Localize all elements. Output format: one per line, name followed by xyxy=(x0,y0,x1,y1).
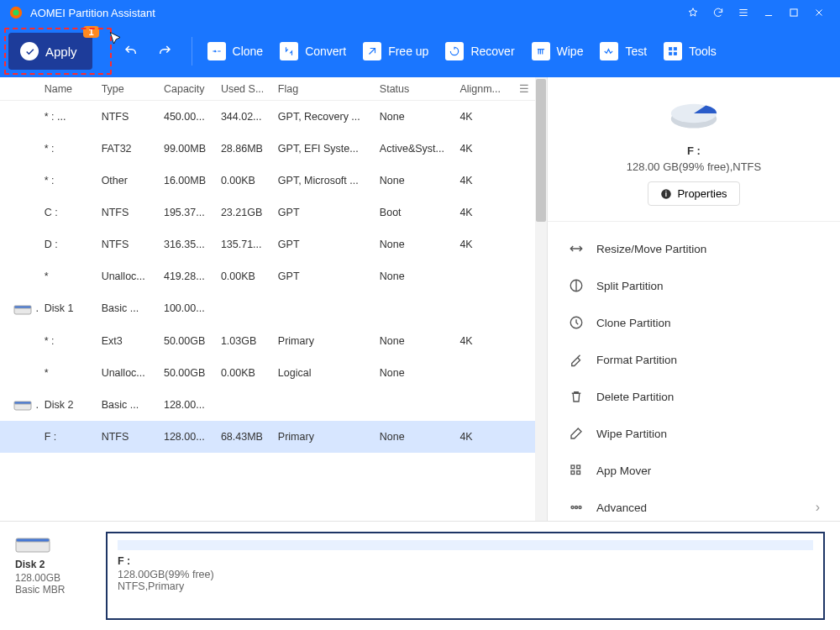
close-button[interactable] xyxy=(806,0,832,25)
test-icon xyxy=(600,42,618,60)
grid-icon xyxy=(568,462,585,479)
app-title: AOMEI Partition Assistant xyxy=(30,7,155,19)
usage-bar xyxy=(118,540,813,550)
convert-icon xyxy=(280,42,298,60)
convert-button[interactable]: Convert xyxy=(271,37,354,66)
svg-rect-19 xyxy=(571,471,575,475)
split-action[interactable]: Split Partition xyxy=(548,267,840,304)
freeup-button[interactable]: Free up xyxy=(354,37,437,66)
svg-point-22 xyxy=(575,507,578,509)
col-name[interactable]: Name xyxy=(39,77,97,101)
partition-name: F : xyxy=(118,555,813,567)
scrollbar[interactable] xyxy=(535,77,547,521)
format-action[interactable]: Format Partition xyxy=(548,341,840,378)
appmover-action[interactable]: App Mover xyxy=(548,452,840,489)
info-icon: i xyxy=(660,188,672,200)
properties-button[interactable]: i Properties xyxy=(648,181,739,206)
clone-action-icon xyxy=(568,314,585,331)
table-row[interactable]: *Unalloc...50.00GB0.00KBLogicalNone xyxy=(0,357,535,389)
svg-rect-17 xyxy=(571,465,575,469)
action-list: Resize/Move Partition Split Partition Cl… xyxy=(548,222,840,534)
wipe-icon xyxy=(532,42,550,60)
apply-label: Apply xyxy=(45,45,77,59)
disk-icon xyxy=(15,532,50,554)
star-icon[interactable] xyxy=(680,0,706,25)
table-row[interactable]: D :NTFS316.35...135.71...GPTNone4K xyxy=(0,228,535,260)
split-icon xyxy=(568,277,585,294)
col-flag[interactable]: Flag xyxy=(273,77,375,101)
format-icon xyxy=(568,351,585,368)
menu-icon[interactable] xyxy=(731,0,756,25)
svg-rect-4 xyxy=(674,47,677,50)
pie-chart-icon xyxy=(660,92,727,134)
clone-icon xyxy=(207,42,226,60)
svg-rect-8 xyxy=(14,306,31,308)
table-row[interactable]: *Unalloc...419.28...0.00KBGPTNone xyxy=(0,260,535,292)
scroll-thumb[interactable] xyxy=(536,79,546,222)
svg-rect-10 xyxy=(14,402,31,404)
partition-line2: NTFS,Primary xyxy=(118,580,813,592)
table-row[interactable]: * :Ext350.00GB1.03GBPrimaryNone4K xyxy=(0,325,535,357)
undo-button[interactable] xyxy=(118,38,144,65)
test-button[interactable]: Test xyxy=(591,37,655,66)
clone-action[interactable]: Clone Partition xyxy=(548,304,840,341)
table-row[interactable]: * :Other16.00MB0.00KBGPT, Microsoft ...N… xyxy=(0,165,535,197)
col-capacity[interactable]: Capacity xyxy=(159,77,216,101)
trash-icon xyxy=(568,388,585,405)
apply-badge: 1 xyxy=(83,26,98,38)
tools-icon xyxy=(664,42,682,60)
disk-visual[interactable]: F : 128.00GB(99% free) NTFS,Primary xyxy=(106,532,825,620)
delete-action[interactable]: Delete Partition xyxy=(548,378,840,415)
disk-summary: Disk 2 128.00GB Basic MBR xyxy=(15,532,91,620)
table-row[interactable]: * :FAT3299.00MB28.86MBGPT, EFI Syste...A… xyxy=(0,133,535,165)
table-row[interactable]: Disk 2Basic ...128.00... xyxy=(0,389,535,422)
col-status[interactable]: Status xyxy=(375,77,455,101)
refresh-icon[interactable] xyxy=(706,0,731,25)
wipe-button[interactable]: Wipe xyxy=(523,37,592,66)
titlebar: AOMEI Partition Assistant xyxy=(0,0,840,25)
freeup-icon xyxy=(363,42,381,60)
partition-summary: F : 128.00 GB(99% free),NTFS i Propertie… xyxy=(548,77,840,222)
resize-action[interactable]: Resize/Move Partition xyxy=(548,230,840,267)
recover-icon xyxy=(445,42,464,60)
disk-name: Disk 2 xyxy=(15,559,91,570)
svg-text:i: i xyxy=(665,190,667,197)
maximize-button[interactable] xyxy=(781,0,806,25)
svg-rect-20 xyxy=(577,471,580,475)
svg-rect-25 xyxy=(16,538,50,542)
svg-point-21 xyxy=(571,507,574,509)
col-options-icon[interactable]: ☰ xyxy=(513,77,535,101)
wipe-action[interactable]: Wipe Partition xyxy=(548,415,840,452)
minimize-button[interactable] xyxy=(756,0,781,25)
app-logo-icon xyxy=(8,5,24,20)
clone-button[interactable]: Clone xyxy=(199,37,272,66)
disk-scheme: Basic MBR xyxy=(15,584,91,596)
redo-button[interactable] xyxy=(151,38,178,65)
recover-button[interactable]: Recover xyxy=(437,37,522,66)
bottom-panel: Disk 2 128.00GB Basic MBR F : 128.00GB(9… xyxy=(0,521,840,630)
svg-point-23 xyxy=(579,507,581,509)
eraser-icon xyxy=(568,425,585,442)
drive-letter: F : xyxy=(563,144,825,157)
col-type[interactable]: Type xyxy=(97,77,159,101)
resize-icon xyxy=(568,240,585,257)
tools-button[interactable]: Tools xyxy=(655,37,725,66)
svg-rect-3 xyxy=(669,47,672,50)
dots-icon xyxy=(568,499,585,516)
apply-button[interactable]: Apply 1 xyxy=(8,33,92,70)
toolbar: Apply 1 Clone Convert Free up Recover Wi… xyxy=(0,25,840,77)
check-icon xyxy=(20,42,39,60)
advanced-action[interactable]: Advanced› xyxy=(548,489,840,526)
col-align[interactable]: Alignm... xyxy=(454,77,513,101)
svg-point-1 xyxy=(13,9,18,15)
partition-table: Name Type Capacity Used S... Flag Status… xyxy=(0,77,535,453)
table-row[interactable]: * : ...NTFS450.00...344.02...GPT, Recove… xyxy=(0,101,535,134)
partition-line1: 128.00GB(99% free) xyxy=(118,569,813,580)
table-row[interactable]: Disk 1Basic ...100.00... xyxy=(0,292,535,325)
svg-rect-18 xyxy=(577,465,580,469)
table-row[interactable]: C :NTFS195.37...23.21GBGPTBoot4K xyxy=(0,197,535,228)
svg-rect-2 xyxy=(790,9,797,16)
svg-rect-6 xyxy=(674,52,677,55)
table-row[interactable]: F :NTFS128.00...68.43MBPrimaryNone4K xyxy=(0,421,535,453)
col-used[interactable]: Used S... xyxy=(216,77,273,101)
